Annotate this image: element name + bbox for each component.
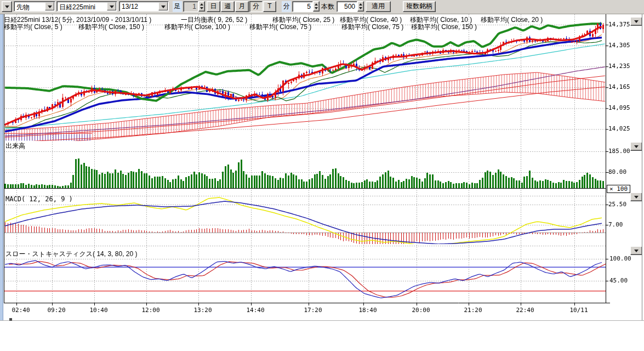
minute-spinner[interactable] xyxy=(313,1,320,12)
chart-canvas[interactable] xyxy=(0,0,644,321)
spin-down-icon[interactable] xyxy=(315,7,318,9)
chevron-down-icon xyxy=(634,250,639,252)
bar-count-label: 本数 xyxy=(321,1,334,12)
right-frame-line xyxy=(642,0,642,321)
period-month-button[interactable]: 月 xyxy=(235,1,249,12)
spin-up-icon[interactable] xyxy=(359,3,362,5)
category-combo[interactable]: 先物 xyxy=(14,1,55,12)
bar-count-spinner[interactable] xyxy=(357,1,364,12)
chevron-down-icon[interactable] xyxy=(158,2,168,10)
volume-multiplier-badge: × 100 xyxy=(607,185,630,193)
toolbar-dropdown-button[interactable] xyxy=(2,1,12,12)
chevron-down-icon[interactable] xyxy=(45,2,54,10)
apply-button[interactable]: 適用 xyxy=(366,1,391,12)
spin-up-icon[interactable] xyxy=(315,3,318,5)
left-frame-line xyxy=(3,14,3,320)
symbol-combo[interactable]: 日経225mini xyxy=(56,1,117,12)
spin-down-icon[interactable] xyxy=(200,7,203,9)
chevron-down-icon xyxy=(634,145,639,148)
spin-up-icon[interactable] xyxy=(200,3,203,5)
period-minute-button[interactable]: 分 xyxy=(249,1,263,12)
macd-panel-scroll-button[interactable] xyxy=(630,193,642,201)
chevron-down-icon xyxy=(634,196,639,199)
category-combo-value: 先物 xyxy=(16,3,30,12)
bar-type-label: 足 xyxy=(173,1,182,12)
scrollbar-thumb[interactable] xyxy=(9,318,12,321)
multi-symbol-button[interactable]: 複数銘柄 xyxy=(403,1,436,12)
period-tick-button[interactable]: T xyxy=(263,1,276,12)
bar-count-field[interactable]: 500 xyxy=(337,1,357,12)
main-panel-scroll-button[interactable] xyxy=(630,17,642,26)
volume-panel-scroll-button[interactable] xyxy=(630,142,642,151)
chevron-down-icon xyxy=(634,20,639,23)
contract-combo-value: 13/12 xyxy=(122,3,138,10)
bar-interval-spinner[interactable] xyxy=(198,1,205,12)
chevron-down-icon[interactable] xyxy=(107,2,116,10)
bottom-frame-line xyxy=(0,320,644,321)
chart-window: 先物 日経225mini 13/12 足 1 日 週 月 分 T 分 5 本数 … xyxy=(0,0,644,351)
chevron-down-icon xyxy=(5,5,9,8)
period-day-button[interactable]: 日 xyxy=(207,1,220,12)
period-week-button[interactable]: 週 xyxy=(221,1,235,12)
symbol-combo-value: 日経225mini xyxy=(59,3,95,12)
stochastics-panel-scroll-button[interactable] xyxy=(630,246,642,255)
toolbar: 先物 日経225mini 13/12 足 1 日 週 月 分 T 分 5 本数 … xyxy=(0,0,644,14)
contract-month-combo[interactable]: 13/12 xyxy=(119,1,169,12)
minute-label: 分 xyxy=(282,1,291,12)
spin-down-icon[interactable] xyxy=(359,7,362,9)
minute-value-field[interactable]: 5 xyxy=(292,1,313,12)
bar-interval-field[interactable]: 1 xyxy=(183,1,198,12)
